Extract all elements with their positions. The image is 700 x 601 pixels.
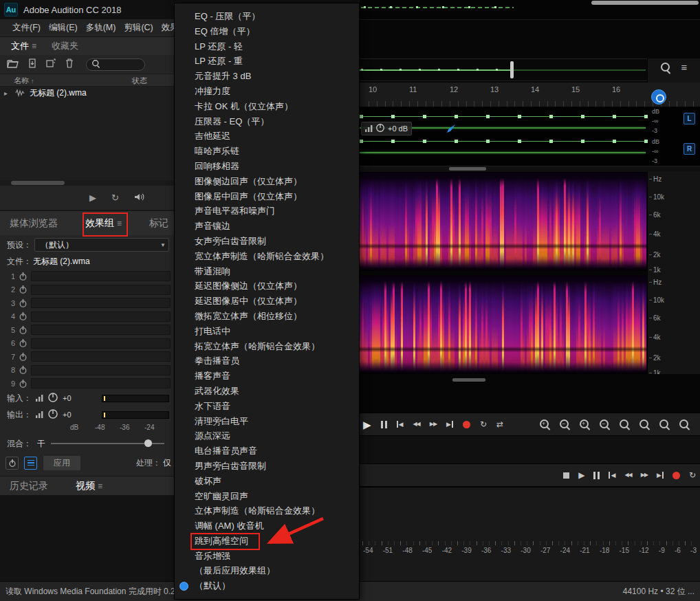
power-icon[interactable] xyxy=(19,365,28,375)
rack-power-button[interactable] xyxy=(6,457,19,470)
envelope-keyframe[interactable] xyxy=(518,115,521,118)
preset-menu-item[interactable]: 微拓宽立体声（相位移位） xyxy=(175,309,359,324)
envelope-keyframe[interactable] xyxy=(468,6,470,8)
menubar-item[interactable]: 文件(F) xyxy=(12,22,41,34)
preset-menu-item[interactable]: 男声旁白齿音限制 xyxy=(175,459,359,474)
preset-menu-item[interactable]: 女声旁白齿音限制 xyxy=(175,234,359,249)
hamburger-menu-icon[interactable]: ≡ xyxy=(681,62,688,74)
zoom-out-amplitude-icon[interactable]: − xyxy=(599,419,611,430)
top-hscrollbar[interactable] xyxy=(591,1,699,5)
pan-envelope-line[interactable] xyxy=(360,141,646,142)
search-input[interactable] xyxy=(86,58,145,71)
pause-button[interactable] xyxy=(593,472,600,479)
power-icon[interactable] xyxy=(19,325,28,335)
envelope-keyframe[interactable] xyxy=(549,140,553,143)
pin-hud-icon[interactable] xyxy=(446,124,456,136)
preview-play-icon[interactable]: ▶ xyxy=(89,193,96,202)
hud-gain-value[interactable]: +0 dB xyxy=(388,124,408,133)
envelope-keyframe[interactable] xyxy=(613,140,616,143)
envelope-keyframe[interactable] xyxy=(477,69,479,71)
envelope-keyframe[interactable] xyxy=(400,69,402,71)
new-bin-icon[interactable] xyxy=(46,58,56,71)
envelope-keyframe[interactable] xyxy=(361,69,363,71)
mix-slider-knob[interactable] xyxy=(144,439,152,447)
power-icon[interactable] xyxy=(19,298,28,308)
speaker-icon[interactable] xyxy=(134,192,145,204)
clip-gain-hud[interactable]: +0 dB xyxy=(361,122,412,135)
slot-insert-area[interactable] xyxy=(31,325,171,335)
input-knob-icon[interactable] xyxy=(47,392,58,405)
skip-selection-button[interactable]: ⇄ xyxy=(496,420,503,428)
zoom-selection-left-icon[interactable] xyxy=(639,419,650,430)
channel-badge[interactable]: R xyxy=(683,143,695,155)
loop-playback-icon[interactable]: ↻ xyxy=(111,193,119,202)
delete-trash-icon[interactable] xyxy=(65,58,74,71)
slot-insert-area[interactable] xyxy=(31,378,171,389)
preset-menu-item[interactable]: 拳击播音员 xyxy=(175,353,359,369)
spectrogram-left-channel[interactable] xyxy=(360,172,647,271)
output-knob-icon[interactable] xyxy=(47,408,58,422)
envelope-keyframe[interactable] xyxy=(496,69,498,71)
slot-insert-area[interactable] xyxy=(31,298,171,308)
envelope-keyframe[interactable] xyxy=(380,69,382,71)
preset-menu-item[interactable]: LP 还原 - 轻 xyxy=(175,39,359,54)
fast-forward-button[interactable]: ▶▶ xyxy=(430,422,437,427)
preset-dropdown[interactable]: （默认） ▼ xyxy=(34,238,169,252)
zoom-selection-icon[interactable] xyxy=(619,419,631,430)
menubar-item[interactable]: 剪辑(C) xyxy=(124,22,153,34)
preset-menu-item[interactable]: 清理旁白电平 xyxy=(175,414,359,429)
envelope-keyframe[interactable] xyxy=(390,6,392,8)
preset-menu-item[interactable]: 延迟图像侧边（仅立体声） xyxy=(175,278,359,294)
play-button[interactable]: ▶ xyxy=(363,419,371,430)
preset-menu-item[interactable]: 音乐增强 xyxy=(175,549,359,564)
scrollbar-thumb[interactable] xyxy=(11,181,65,185)
preset-menu-item[interactable]: 回响移相器 xyxy=(175,159,359,174)
slot-insert-area[interactable] xyxy=(31,312,171,322)
go-to-start-button[interactable]: ◀ xyxy=(397,421,404,428)
zoom-in-amplitude-icon[interactable]: + xyxy=(579,419,591,430)
file-row[interactable]: ▸ 无标题 (2).wma xyxy=(0,87,174,100)
play-button[interactable]: ▶ xyxy=(578,471,584,479)
tab-media-browser[interactable]: 媒体浏览器 xyxy=(10,217,58,230)
preset-menu-item[interactable]: EQ - 压限（平） xyxy=(175,9,359,24)
expander-icon[interactable]: ▸ xyxy=(4,89,11,97)
envelope-keyframe[interactable] xyxy=(419,69,421,71)
preset-menu-item[interactable]: 打电话中 xyxy=(175,324,359,339)
stop-button[interactable] xyxy=(563,472,569,479)
spectrogram-right-channel[interactable] xyxy=(360,275,647,374)
scrollbar-thumb[interactable] xyxy=(449,167,486,171)
preset-menu-item[interactable]: 电台播音员声音 xyxy=(175,444,359,459)
apply-button[interactable]: 应用 xyxy=(43,455,81,471)
preset-menu-item[interactable]: 图像侧边回声（仅立体声） xyxy=(175,174,359,189)
output-gain-value[interactable]: +0 xyxy=(63,411,72,419)
menubar-item[interactable]: 编辑(E) xyxy=(49,22,78,34)
power-icon[interactable] xyxy=(19,285,28,294)
pause-button[interactable] xyxy=(381,421,387,428)
power-icon[interactable] xyxy=(19,379,28,389)
preset-menu-item[interactable]: 源点深远 xyxy=(175,428,359,444)
tab-favorites[interactable]: 收藏夹 xyxy=(52,40,78,52)
envelope-keyframe[interactable] xyxy=(364,6,366,8)
envelope-keyframe[interactable] xyxy=(423,115,426,118)
go-to-end-button[interactable]: ▶ xyxy=(446,421,453,428)
zoom-out-time-icon[interactable]: − xyxy=(559,419,571,430)
preset-menu-item[interactable]: 元音提升 3 dB xyxy=(175,69,359,84)
envelope-keyframe[interactable] xyxy=(360,115,363,118)
envelope-keyframe[interactable] xyxy=(416,6,418,8)
loop-button[interactable]: ↻ xyxy=(689,471,696,479)
tab-markers[interactable]: 标记 xyxy=(149,217,168,230)
tab-files[interactable]: 文件≡ xyxy=(11,40,36,52)
preset-menu-item[interactable]: 播客声音 xyxy=(175,369,359,384)
tab-history[interactable]: 历史记录 xyxy=(10,480,48,492)
rewind-button[interactable]: ◀◀ xyxy=(624,472,631,478)
envelope-keyframe[interactable] xyxy=(438,69,440,71)
envelope-keyframe[interactable] xyxy=(494,6,496,8)
loop-button[interactable]: ↻ xyxy=(480,420,487,428)
timeline-ruler[interactable]: 10111213141516 xyxy=(360,83,700,107)
preset-menu-item[interactable]: 拓宽立体声（哈斯铝合金效果） xyxy=(175,339,359,354)
files-hscrollbar[interactable] xyxy=(0,180,174,186)
process-value[interactable]: 仅 xyxy=(163,457,171,469)
import-file-icon[interactable] xyxy=(28,58,37,71)
rack-list-toggle-button[interactable] xyxy=(24,457,37,470)
power-icon[interactable] xyxy=(19,338,28,348)
